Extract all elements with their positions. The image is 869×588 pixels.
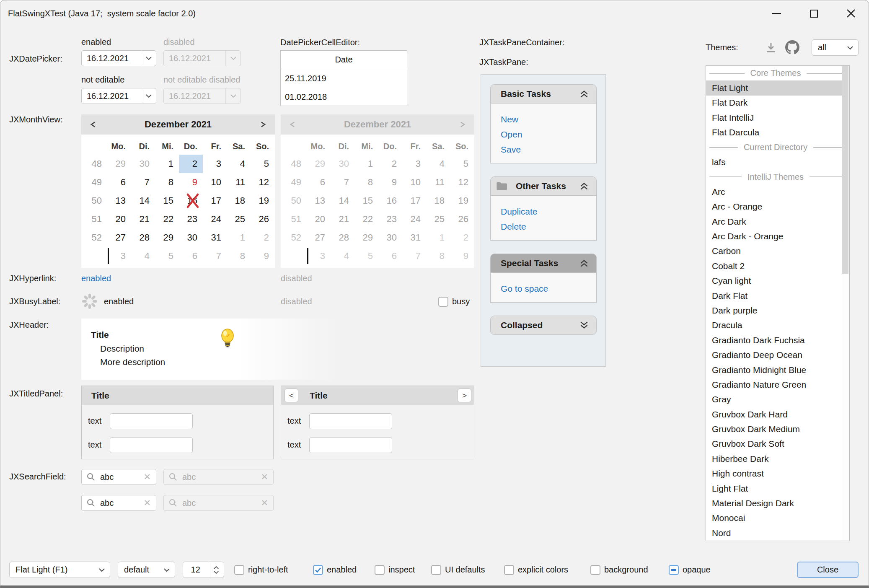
taskpane-link[interactable]: Open	[501, 127, 596, 142]
theme-list-item[interactable]: Arc Dark - Orange	[706, 229, 842, 243]
calendar-day-cell[interactable]: 9	[251, 247, 274, 265]
taskpane-link[interactable]: Go to space	[501, 281, 596, 296]
calendar-day-cell[interactable]: 3	[107, 247, 131, 265]
theme-list-item[interactable]: Gradianto Nature Green	[706, 377, 842, 392]
datepicker-dropdown-button[interactable]	[141, 51, 156, 66]
calendar-day-cell[interactable]: 23	[179, 210, 203, 228]
theme-list-item[interactable]: Dracula	[706, 318, 842, 333]
text-input[interactable]	[309, 437, 392, 453]
busy-checkbox-group[interactable]: busy	[438, 293, 470, 310]
theme-list-item[interactable]: Gray	[706, 392, 842, 407]
calendar-day-cell[interactable]: 7	[203, 247, 227, 265]
datepicker-dropdown-button[interactable]	[141, 88, 156, 104]
calendar-day-cell[interactable]: 31	[203, 228, 227, 247]
theme-list-item[interactable]: Dark purple	[706, 303, 842, 318]
download-icon[interactable]	[764, 41, 778, 54]
datepicker-field[interactable]: 16.12.2021	[81, 88, 156, 104]
chevron-double-up-icon[interactable]	[579, 181, 590, 192]
theme-list-item[interactable]: lafs	[706, 155, 842, 169]
themes-scrollbar-thumb[interactable]	[842, 66, 848, 274]
calendar-day-cell[interactable]: 11	[227, 173, 251, 192]
calendar-day-cell[interactable]: 2	[179, 155, 203, 173]
checkbox[interactable]	[431, 565, 441, 575]
chevron-double-up-icon[interactable]	[579, 258, 590, 269]
theme-list-item[interactable]: Arc	[706, 184, 842, 199]
theme-list-item[interactable]: Flat IntelliJ	[706, 110, 842, 125]
titled-panel-prev-button[interactable]: <	[284, 389, 298, 402]
calendar-day-cell[interactable]: 1	[227, 228, 251, 247]
calendar-day-cell[interactable]: 5	[155, 247, 179, 265]
calendar-day-cell[interactable]: 5	[251, 155, 274, 173]
text-input[interactable]	[110, 437, 193, 453]
checkbox[interactable]	[313, 565, 323, 575]
taskpane-header[interactable]: Special Tasks	[490, 254, 597, 273]
calendar-day-cell[interactable]: 1	[155, 155, 179, 173]
clear-icon[interactable]: ✕	[143, 472, 156, 482]
calendar-day-cell[interactable]: 9	[179, 173, 203, 192]
calendar-day-cell[interactable]: 2	[251, 228, 274, 247]
close-window-button[interactable]	[838, 4, 864, 23]
calendar-day-cell[interactable]: 10	[203, 173, 227, 192]
calendar-day-cell[interactable]: 28	[131, 228, 155, 247]
calendar-day-cell[interactable]: 12	[251, 173, 274, 192]
search-field[interactable]: abc✕	[81, 495, 156, 511]
calendar-day-cell[interactable]: 17	[203, 192, 227, 210]
calendar-day-cell[interactable]: 24	[203, 210, 227, 228]
theme-list-item[interactable]: Gradianto Midnight Blue	[706, 363, 842, 377]
theme-list-item[interactable]: Flat Darcula	[706, 125, 842, 140]
themes-filter-combo[interactable]: all	[812, 39, 859, 56]
themes-scrollbar[interactable]	[842, 66, 849, 541]
checkbox[interactable]	[375, 565, 385, 575]
style-combo[interactable]: default	[118, 562, 175, 578]
maximize-button[interactable]	[801, 4, 827, 23]
calendar-day-cell[interactable]: 6	[179, 247, 203, 265]
text-input[interactable]	[110, 413, 193, 429]
calendar-day-cell[interactable]: 29	[155, 228, 179, 247]
taskpane-link[interactable]: New	[501, 112, 596, 127]
github-icon[interactable]	[785, 40, 799, 54]
calendar-day-cell[interactable]: 22	[155, 210, 179, 228]
taskpane-link[interactable]: Duplicate	[501, 204, 596, 219]
calendar-day-cell[interactable]: 8	[227, 247, 251, 265]
calendar-day-cell[interactable]: 13	[107, 192, 131, 210]
taskpane-header[interactable]: Basic Tasks	[490, 84, 597, 104]
theme-list-item[interactable]: Cobalt 2	[706, 259, 842, 273]
checkbox-group[interactable]: right-to-left	[234, 562, 288, 578]
checkbox-group[interactable]: background	[590, 562, 648, 578]
theme-list-item[interactable]: Nord	[706, 526, 842, 540]
themes-list[interactable]: Core ThemesFlat LightFlat DarkFlat Intel…	[706, 65, 850, 541]
taskpane-link[interactable]: Delete	[501, 219, 596, 234]
calendar-next-button[interactable]	[251, 114, 275, 135]
theme-list-item[interactable]: Gradianto Dark Fuchsia	[706, 333, 842, 347]
theme-list-item[interactable]: Arc - Orange	[706, 199, 842, 214]
chevron-double-up-icon[interactable]	[579, 88, 590, 99]
calendar-day-cell[interactable]: 29	[107, 155, 131, 173]
calendar-day-cell[interactable]: 7	[131, 173, 155, 192]
theme-list-item[interactable]: Flat Dark	[706, 96, 842, 110]
calendar-day-cell[interactable]: 14	[131, 192, 155, 210]
calendar-day-cell[interactable]: 15	[155, 192, 179, 210]
taskpane-link[interactable]: Save	[501, 142, 596, 157]
theme-list-item[interactable]: Light Flat	[706, 481, 842, 496]
checkbox[interactable]	[234, 565, 244, 575]
hyperlink-enabled[interactable]: enabled	[81, 274, 111, 283]
calendar-day-cell[interactable]: 8	[155, 173, 179, 192]
theme-list-item[interactable]: Hiberbee Dark	[706, 451, 842, 466]
theme-list-item[interactable]: Arc Dark	[706, 214, 842, 229]
calendar-day-cell[interactable]: 18	[227, 192, 251, 210]
checkbox[interactable]	[669, 565, 679, 575]
calendar-day-cell[interactable]: 19	[251, 192, 274, 210]
theme-list-item[interactable]: Carbon	[706, 244, 842, 259]
calendar-day-cell[interactable]: 4	[131, 247, 155, 265]
checkbox-group[interactable]: enabled	[313, 562, 357, 578]
theme-list-item[interactable]: Gradianto Deep Ocean	[706, 347, 842, 362]
titled-panel-next-button[interactable]: >	[458, 389, 471, 402]
calendar-day-cell[interactable]: 30	[131, 155, 155, 173]
datepicker-cell-editor-table[interactable]: Date 25.11.201901.02.2018	[280, 50, 407, 106]
theme-list-item[interactable]: Cyan light	[706, 273, 842, 288]
calendar-prev-button[interactable]	[81, 114, 105, 135]
theme-list-item[interactable]: High contrast	[706, 466, 842, 481]
checkbox-group[interactable]: inspect	[375, 562, 415, 578]
font-size-spinner[interactable]: 12	[183, 562, 224, 578]
search-field[interactable]: abc✕	[81, 469, 156, 485]
